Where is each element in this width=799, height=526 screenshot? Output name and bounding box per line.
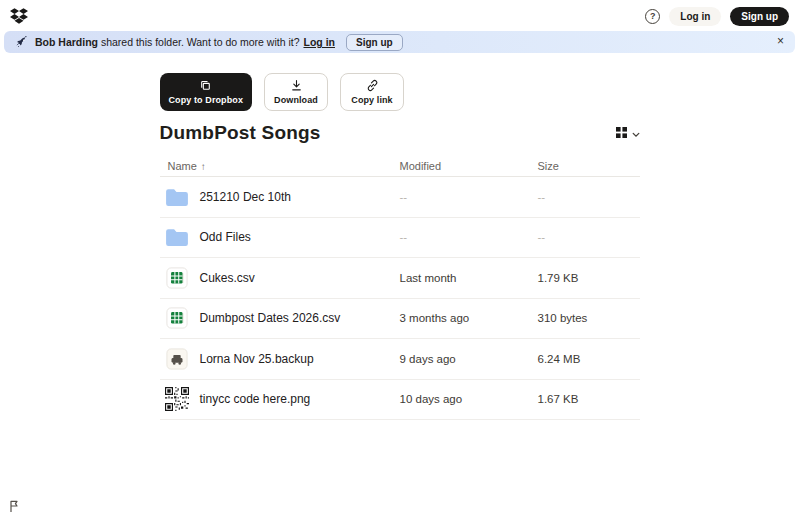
file-size: -- bbox=[538, 231, 640, 243]
file-name-cell: Odd Files bbox=[160, 225, 400, 249]
download-label: Download bbox=[274, 95, 318, 105]
copy-to-dropbox-button[interactable]: Copy to Dropbox bbox=[160, 73, 253, 111]
login-button[interactable]: Log in bbox=[669, 7, 721, 26]
title-row: DumbPost Songs bbox=[160, 120, 640, 146]
table-row[interactable]: Lorna Nov 25.backup 9 days ago 6.24 MB bbox=[160, 339, 640, 380]
signup-button[interactable]: Sign up bbox=[730, 7, 789, 26]
shared-folder-banner: Bob Harding shared this folder. Want to … bbox=[4, 31, 795, 53]
file-name-cell: Lorna Nov 25.backup bbox=[160, 347, 400, 371]
file-size: 6.24 MB bbox=[538, 353, 640, 365]
file-modified: 3 months ago bbox=[400, 312, 538, 324]
file-name[interactable]: Odd Files bbox=[200, 230, 251, 244]
file-modified: Last month bbox=[400, 272, 538, 284]
spreadsheet-file-icon bbox=[165, 306, 189, 330]
file-name[interactable]: 251210 Dec 10th bbox=[200, 190, 291, 204]
banner-user-name: Bob Harding bbox=[35, 36, 98, 48]
page-title: DumbPost Songs bbox=[160, 122, 321, 144]
grid-view-icon bbox=[616, 124, 627, 142]
column-header-modified[interactable]: Modified bbox=[400, 160, 538, 172]
file-name[interactable]: Lorna Nov 25.backup bbox=[200, 352, 314, 366]
file-size: 1.79 KB bbox=[538, 272, 640, 284]
dropbox-logo-icon[interactable] bbox=[10, 8, 28, 24]
copy-link-button[interactable]: Copy link bbox=[340, 73, 404, 111]
main-content: Copy to Dropbox Download Copy link DumbP… bbox=[160, 53, 640, 420]
download-button[interactable]: Download bbox=[264, 73, 328, 111]
table-row[interactable]: Dumbpost Dates 2026.csv 3 months ago 310… bbox=[160, 299, 640, 340]
file-name[interactable]: Dumbpost Dates 2026.csv bbox=[200, 311, 341, 325]
file-modified: 9 days ago bbox=[400, 353, 538, 365]
generic-file-icon bbox=[165, 347, 189, 371]
file-name-cell: Dumbpost Dates 2026.csv bbox=[160, 306, 400, 330]
copy-link-label: Copy link bbox=[351, 95, 392, 105]
file-name[interactable]: tinycc code here.png bbox=[200, 392, 311, 406]
qr-image-thumbnail bbox=[165, 387, 189, 411]
file-table-header: Name ↑ Modified Size bbox=[160, 156, 640, 177]
copy-to-dropbox-label: Copy to Dropbox bbox=[169, 95, 244, 105]
copy-icon bbox=[199, 79, 212, 92]
banner-text: Bob Harding shared this folder. Want to … bbox=[35, 36, 335, 48]
action-buttons: Copy to Dropbox Download Copy link bbox=[160, 73, 640, 111]
file-modified: 10 days ago bbox=[400, 393, 538, 405]
table-row[interactable]: 251210 Dec 10th -- -- bbox=[160, 177, 640, 218]
spreadsheet-file-icon bbox=[165, 266, 189, 290]
file-size: 1.67 KB bbox=[538, 393, 640, 405]
link-icon bbox=[366, 79, 379, 92]
rocket-icon bbox=[16, 36, 28, 48]
file-name-cell: tinycc code here.png bbox=[160, 387, 400, 411]
column-header-size[interactable]: Size bbox=[538, 160, 640, 172]
file-modified: -- bbox=[400, 231, 538, 243]
banner-close-icon[interactable]: × bbox=[777, 35, 784, 47]
file-size: -- bbox=[538, 191, 640, 203]
report-flag-icon[interactable] bbox=[8, 499, 20, 517]
banner-signup-button[interactable]: Sign up bbox=[346, 34, 403, 51]
banner-message: shared this folder. Want to do more with… bbox=[101, 36, 300, 48]
file-name-cell: Cukes.csv bbox=[160, 266, 400, 290]
file-size: 310 bytes bbox=[538, 312, 640, 324]
help-icon[interactable]: ? bbox=[645, 9, 660, 24]
column-header-name[interactable]: Name ↑ bbox=[160, 160, 400, 172]
folder-icon bbox=[165, 225, 189, 249]
file-modified: -- bbox=[400, 191, 538, 203]
file-name-cell: 251210 Dec 10th bbox=[160, 185, 400, 209]
file-table-body: 251210 Dec 10th -- -- Odd Files -- -- Cu… bbox=[160, 177, 640, 420]
download-icon bbox=[290, 79, 303, 92]
sort-ascending-icon: ↑ bbox=[201, 161, 206, 172]
folder-icon bbox=[165, 185, 189, 209]
top-bar: ? Log in Sign up bbox=[0, 0, 799, 28]
name-column-label: Name bbox=[168, 160, 197, 172]
file-name[interactable]: Cukes.csv bbox=[200, 271, 255, 285]
table-row[interactable]: Odd Files -- -- bbox=[160, 218, 640, 259]
chevron-down-icon bbox=[632, 124, 640, 142]
view-toggle-button[interactable] bbox=[616, 124, 640, 142]
table-row[interactable]: Cukes.csv Last month 1.79 KB bbox=[160, 258, 640, 299]
table-row[interactable]: tinycc code here.png 10 days ago 1.67 KB bbox=[160, 380, 640, 421]
banner-login-link[interactable]: Log in bbox=[303, 36, 335, 48]
